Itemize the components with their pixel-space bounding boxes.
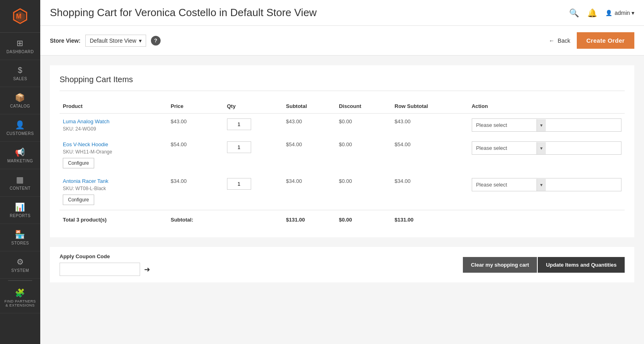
sidebar-divider: [8, 280, 32, 281]
coupon-section: Apply Coupon Code ➜ Clear my shopping ca…: [50, 247, 634, 282]
sidebar-item-label: DASHBOARD: [6, 50, 34, 54]
topbar-actions: 🔍 🔔 👤 admin ▾: [569, 8, 634, 18]
col-product: Product: [60, 99, 167, 114]
search-icon[interactable]: 🔍: [569, 8, 579, 18]
toolbar-right: ← Back Create Order: [549, 32, 634, 49]
customers-icon: 👤: [15, 120, 25, 130]
marketing-icon: 📢: [15, 147, 25, 157]
product-action: Please select Move to Wishlist Remove ▾: [469, 137, 625, 173]
dashboard-icon: ⊞: [17, 38, 24, 48]
sidebar-item-sales[interactable]: $ SALES: [0, 60, 40, 87]
total-label: Total 3 product(s): [60, 210, 167, 228]
sidebar-item-label: CONTENT: [10, 186, 31, 191]
shopping-cart-section: Shopping Cart Items Product Price Qty Su…: [50, 65, 634, 237]
product-discount: $0.00: [336, 173, 391, 210]
bottom-actions: Clear my shopping cart Update Items and …: [463, 257, 625, 273]
page-title: Shopping Cart for Veronica Costello in D…: [50, 6, 317, 19]
sidebar: M ⊞ DASHBOARD $ SALES 📦 CATALOG 👤 CUSTOM…: [0, 0, 40, 344]
sidebar-item-label: MARKETING: [7, 159, 33, 163]
product-action: Please select Move to Wishlist Remove ▾: [469, 114, 625, 137]
sidebar-item-dashboard[interactable]: ⊞ DASHBOARD: [0, 33, 40, 60]
action-dropdown[interactable]: Please select Move to Wishlist Remove ▾: [472, 178, 621, 191]
action-dropdown[interactable]: Please select Move to Wishlist Remove ▾: [472, 141, 621, 155]
configure-button[interactable]: Configure: [63, 158, 94, 168]
qty-input[interactable]: [227, 178, 251, 190]
total-row-subtotal: $131.00: [391, 210, 468, 228]
sidebar-item-content[interactable]: ▦ CONTENT: [0, 169, 40, 197]
page-content: Store View: Default Store View ▾ ? ← Bac…: [40, 26, 644, 344]
chevron-down-icon: ▾: [139, 37, 142, 44]
total-discount: $0.00: [336, 210, 391, 228]
sales-icon: $: [18, 66, 23, 75]
table-row: Antonia Racer Tank SKU: WT08-L-Black Con…: [60, 173, 625, 210]
product-name: Eos V-Neck Hoodie: [63, 141, 164, 147]
total-row: Total 3 product(s) Subtotal: $131.00 $0.…: [60, 210, 625, 228]
reports-icon: 📊: [15, 202, 25, 212]
catalog-icon: 📦: [15, 93, 25, 102]
action-dropdown[interactable]: Please select Move to Wishlist Remove ▾: [472, 118, 621, 132]
clear-cart-button[interactable]: Clear my shopping cart: [463, 257, 537, 273]
sidebar-item-customers[interactable]: 👤 CUSTOMERS: [0, 114, 40, 142]
product-row-subtotal: $43.00: [391, 114, 468, 137]
store-view-value: Default Store View: [90, 37, 136, 44]
admin-menu[interactable]: 👤 admin ▾: [605, 10, 634, 16]
help-icon[interactable]: ?: [151, 36, 161, 46]
action-select-input[interactable]: Please select Move to Wishlist Remove: [472, 119, 537, 131]
sidebar-item-stores[interactable]: 🏪 STORES: [0, 224, 40, 251]
col-qty: Qty: [224, 99, 283, 114]
configure-button[interactable]: Configure: [63, 195, 94, 205]
system-icon: ⚙: [17, 257, 24, 267]
product-subtotal: $34.00: [283, 173, 336, 210]
total-subtotal: $131.00: [283, 210, 336, 228]
sidebar-item-label: FIND PARTNERS & EXTENSIONS: [3, 299, 37, 307]
product-sku: SKU: WH11-M-Orange: [63, 149, 164, 155]
user-icon: 👤: [605, 10, 612, 16]
store-view-label: Store View:: [50, 37, 80, 44]
col-subtotal: Subtotal: [283, 99, 336, 114]
cart-table: Product Price Qty Subtotal Discount Row …: [60, 99, 625, 228]
sidebar-item-marketing[interactable]: 📢 MARKETING: [0, 142, 40, 169]
product-qty-cell: [224, 173, 283, 210]
table-row: Eos V-Neck Hoodie SKU: WH11-M-Orange Con…: [60, 137, 625, 173]
store-view-dropdown[interactable]: Default Store View ▾: [85, 35, 146, 47]
content-icon: ▦: [16, 175, 24, 184]
product-cell: Antonia Racer Tank SKU: WT08-L-Black Con…: [60, 173, 167, 210]
col-action: Action: [469, 99, 625, 114]
topbar: Shopping Cart for Veronica Costello in D…: [40, 0, 644, 26]
qty-input[interactable]: [227, 141, 251, 153]
qty-input[interactable]: [227, 118, 251, 130]
action-select-arrow-icon: ▾: [537, 119, 546, 131]
sidebar-item-catalog[interactable]: 📦 CATALOG: [0, 87, 40, 114]
toolbar: Store View: Default Store View ▾ ? ← Bac…: [40, 26, 644, 56]
col-price: Price: [167, 99, 224, 114]
product-name: Antonia Racer Tank: [63, 178, 164, 184]
coupon-input[interactable]: [60, 263, 140, 276]
coupon-label: Apply Coupon Code: [60, 253, 150, 259]
sidebar-item-system[interactable]: ⚙ SYSTEM: [0, 251, 40, 279]
sidebar-item-find-partners[interactable]: 🧩 FIND PARTNERS & EXTENSIONS: [0, 282, 40, 313]
bell-icon[interactable]: 🔔: [587, 8, 597, 18]
product-cell: Eos V-Neck Hoodie SKU: WH11-M-Orange Con…: [60, 137, 167, 173]
product-name: Luma Analog Watch: [63, 118, 164, 124]
product-sku: SKU: WT08-L-Black: [63, 186, 164, 191]
product-subtotal: $43.00: [283, 114, 336, 137]
sidebar-item-label: STORES: [11, 241, 29, 245]
sidebar-item-reports[interactable]: 📊 REPORTS: [0, 197, 40, 224]
action-select-arrow-icon: ▾: [537, 142, 546, 154]
action-select-input[interactable]: Please select Move to Wishlist Remove: [472, 178, 537, 191]
update-items-button[interactable]: Update Items and Quantities: [538, 257, 625, 273]
svg-text:M: M: [16, 13, 21, 20]
subtotal-label: Subtotal:: [167, 210, 224, 228]
section-title: Shopping Cart Items: [60, 75, 625, 91]
create-order-button[interactable]: Create Order: [577, 32, 634, 49]
product-discount: $0.00: [336, 114, 391, 137]
product-discount: $0.00: [336, 137, 391, 173]
back-button[interactable]: ← Back: [549, 37, 570, 44]
coupon-submit-arrow[interactable]: ➜: [144, 265, 150, 274]
coupon-input-row: ➜: [60, 263, 150, 276]
stores-icon: 🏪: [15, 230, 25, 239]
store-view-section: Store View: Default Store View ▾ ?: [50, 35, 161, 47]
product-sku: SKU: 24-WG09: [63, 126, 164, 132]
main-content: Shopping Cart for Veronica Costello in D…: [40, 0, 644, 344]
action-select-input[interactable]: Please select Move to Wishlist Remove: [472, 142, 537, 154]
